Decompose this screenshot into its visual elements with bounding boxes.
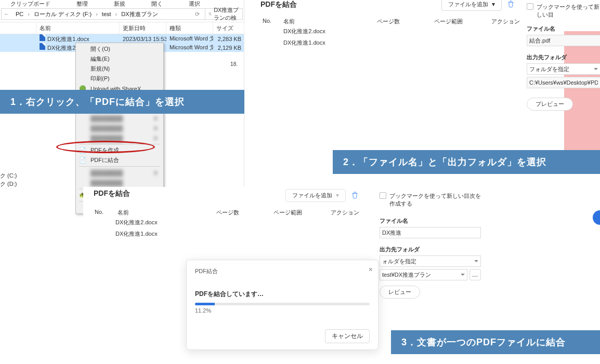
file-columns: 名前 更新日時 種類 サイズ — [0, 22, 244, 34]
outdir-select[interactable]: ォルダを指定 — [380, 255, 481, 267]
col-date[interactable]: 更新日時 — [120, 22, 166, 34]
outdir-path[interactable]: test¥DX推進プラン — [380, 269, 467, 280]
callout-1: 1．右クリック、「PDFに結合」を選択 — [0, 90, 244, 114]
ribbon-new[interactable]: 新規 — [114, 0, 125, 7]
drive-c[interactable]: ク (C:) — [0, 171, 17, 180]
col-name[interactable]: 名前 — [36, 22, 120, 34]
side-options: ブックマークを使って新しい目 ファイル名 出力先フォルダ フォルダを指定 プレビ… — [523, 0, 600, 111]
progress-fill — [195, 303, 215, 305]
ctx-edit[interactable]: 編集(E) — [76, 54, 163, 64]
side-handle[interactable] — [593, 210, 600, 225]
progress-message: PDFを結合しています… — [195, 290, 370, 299]
word-file-icon — [40, 34, 45, 41]
ctx-blurred[interactable]: ████████ — [76, 178, 163, 187]
drive-d[interactable]: ク (D:) — [0, 180, 17, 188]
combine-row[interactable]: DX化推進2.docx — [83, 217, 374, 228]
ctx-pdf-create[interactable]: 📄PDFを作成 — [76, 145, 163, 155]
ctx-blurred[interactable]: ████████ — [76, 113, 163, 123]
ribbon-organize[interactable]: 整理 — [76, 0, 88, 7]
col-pages: ページ数 — [377, 18, 434, 25]
col-type[interactable]: 種類 — [166, 22, 213, 34]
trash-icon[interactable] — [351, 191, 359, 200]
search-icon — [208, 11, 212, 17]
progress-percent: 11.2% — [195, 307, 370, 314]
bookmark-checkbox[interactable] — [380, 192, 386, 199]
trash-icon[interactable] — [507, 0, 515, 9]
col-range: ページ範囲 — [434, 18, 491, 25]
filename-input[interactable] — [527, 35, 600, 46]
ctx-new[interactable]: 新規(N) — [76, 64, 163, 74]
output-options-dialog-2: ブックマークを使って新しい目次を作成する ファイル名 出力先フォルダ ォルダを指… — [374, 188, 486, 303]
outdir-path[interactable] — [527, 77, 600, 88]
col-no: No. — [263, 18, 283, 25]
word-file-icon — [40, 43, 45, 50]
breadcrumb[interactable]: ← PC› ローカル ディスク (F:)› test› DX推進プラン ⟳ DX… — [1, 8, 243, 20]
progress-dialog: PDF結合 × PDFを結合しています… 11.2% キャンセル — [186, 260, 379, 350]
ctx-pdf-combine[interactable]: 📄PDFに結合 — [76, 155, 163, 165]
breadcrumb-pc[interactable]: PC — [14, 10, 25, 18]
pdf-combine-icon: 📄 — [79, 157, 86, 164]
progress-title: PDF結合 — [195, 268, 218, 274]
ribbon-clipboard[interactable]: クリップボード — [10, 0, 50, 7]
search-placeholder: DX推進プランの検 — [214, 6, 239, 22]
explorer-search[interactable]: DX推進プランの検 — [205, 9, 242, 19]
breadcrumb-leaf[interactable]: DX推進プラン — [119, 9, 160, 19]
callout-2: 2．「ファイル名」と「出力フォルダ」を選択 — [333, 150, 600, 174]
breadcrumb-test[interactable]: test — [100, 10, 113, 18]
breadcrumb-drive[interactable]: ローカル ディスク (F:) — [32, 9, 94, 19]
ctx-blurred[interactable]: ████████ — [76, 123, 163, 133]
close-icon[interactable]: × — [369, 265, 373, 274]
preview-button[interactable]: レビュー — [380, 286, 420, 299]
free-space: 18. — [230, 61, 238, 67]
explorer-ribbon: クリップボード 整理 新規 開く 選択 — [0, 0, 244, 7]
file-row[interactable]: DX化推進1.docx 2023/03/13 15:53 Microsoft W… — [0, 34, 244, 43]
progress-bar — [195, 303, 370, 305]
col-name: 名前 — [283, 18, 377, 25]
pdf-icon: 📄 — [79, 147, 86, 154]
ctx-blurred[interactable]: ████████ — [76, 168, 163, 178]
add-file-button[interactable]: ファイルを追加 ▾ — [441, 0, 502, 11]
drive-tree: ク (C:) ク (D:) — [0, 171, 17, 188]
cancel-button[interactable]: キャンセル — [325, 329, 370, 343]
callout-3: 3．文書が一つのPDFファイルに結合 — [391, 330, 600, 354]
outdir-select[interactable]: フォルダを指定 — [527, 63, 600, 75]
ctx-open[interactable]: 開く(O) — [76, 44, 163, 54]
ctx-blurred[interactable]: ████████ — [76, 133, 163, 143]
bookmark-checkbox[interactable] — [527, 3, 533, 10]
ribbon-select[interactable]: 選択 — [189, 0, 200, 7]
preview-button[interactable]: プレビュー — [527, 98, 573, 111]
combine-row[interactable]: DX化推進1.docx — [83, 228, 374, 239]
filename-input[interactable] — [380, 227, 481, 238]
ribbon-open[interactable]: 開く — [151, 0, 163, 7]
ctx-print[interactable]: 印刷(P) — [76, 74, 163, 84]
add-file-button: ファイルを追加 ▾ — [285, 189, 346, 202]
browse-button[interactable]: … — [469, 269, 481, 280]
col-size[interactable]: サイズ — [213, 22, 244, 34]
